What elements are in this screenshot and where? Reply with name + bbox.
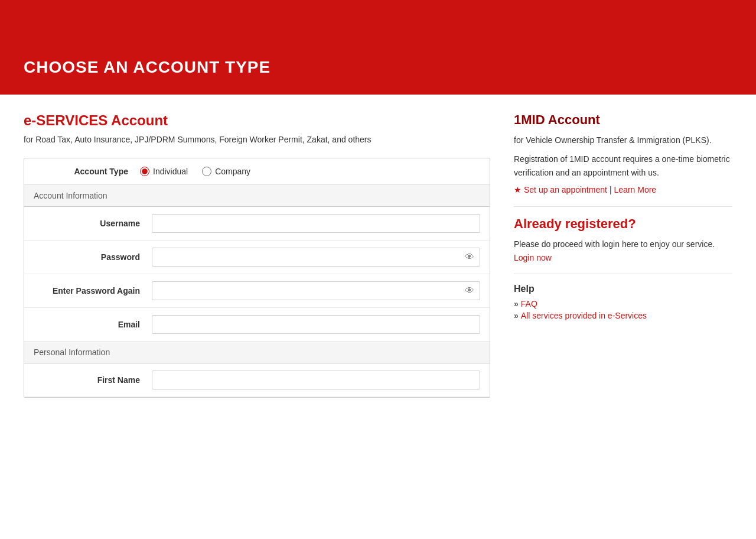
divider-2 bbox=[514, 274, 732, 274]
appointment-line: ★ Set up an appointment | Learn More bbox=[514, 185, 732, 194]
radio-company[interactable] bbox=[202, 167, 211, 176]
registration-form: Account Type Individual Company Account … bbox=[24, 158, 490, 398]
first-name-row: First Name bbox=[24, 363, 490, 397]
radio-individual-text: Individual bbox=[153, 167, 188, 176]
account-type-row: Account Type Individual Company bbox=[24, 158, 490, 185]
mid-account-title: 1MID Account bbox=[514, 112, 732, 128]
password-label: Password bbox=[34, 252, 140, 262]
email-label: Email bbox=[34, 320, 140, 329]
eservices-desc: for Road Tax, Auto Insurance, JPJ/PDRM S… bbox=[24, 134, 490, 146]
divider-1 bbox=[514, 206, 732, 207]
confirm-password-input-wrapper: 👁 bbox=[152, 281, 480, 300]
radio-individual-label[interactable]: Individual bbox=[140, 167, 188, 176]
right-panel: 1MID Account for Vehicle Ownership Trans… bbox=[514, 112, 732, 398]
confirm-password-row: Enter Password Again 👁 bbox=[24, 274, 490, 308]
learn-more-link[interactable]: Learn More bbox=[614, 185, 657, 194]
username-input[interactable] bbox=[152, 214, 480, 233]
appointment-separator: | bbox=[610, 185, 612, 194]
personal-info-section-header: Personal Information bbox=[24, 342, 490, 363]
help-all-services-item: » All services provided in e-Services bbox=[514, 311, 732, 320]
first-name-input[interactable] bbox=[152, 371, 480, 389]
email-input-wrapper bbox=[152, 315, 480, 334]
help-title: Help bbox=[514, 284, 732, 294]
password-input[interactable] bbox=[152, 248, 480, 267]
username-label: Username bbox=[34, 219, 140, 228]
already-registered-desc: Please do proceed with login here to enj… bbox=[514, 238, 732, 264]
eservices-title: e-SERVICES Account bbox=[24, 112, 490, 129]
account-type-radio-group: Individual Company bbox=[140, 167, 250, 176]
email-input[interactable] bbox=[152, 315, 480, 334]
mid-desc-1: for Vehicle Ownership Transfer & Immigra… bbox=[514, 134, 732, 147]
already-registered-title: Already registered? bbox=[514, 216, 732, 232]
account-type-label: Account Type bbox=[34, 167, 128, 176]
set-appointment-link[interactable]: Set up an appointment bbox=[524, 185, 607, 194]
radio-company-label[interactable]: Company bbox=[202, 167, 250, 176]
chevron-faq-icon: » bbox=[514, 299, 519, 309]
first-name-label: First Name bbox=[34, 375, 140, 385]
password-row: Password 👁 bbox=[24, 241, 490, 274]
password-eye-icon[interactable]: 👁 bbox=[465, 252, 474, 262]
mid-desc-2: Registration of 1MID account requires a … bbox=[514, 152, 732, 179]
help-section: Help » FAQ » All services provided in e-… bbox=[514, 284, 732, 320]
confirm-password-label: Enter Password Again bbox=[34, 286, 140, 296]
confirm-password-input[interactable] bbox=[152, 281, 480, 300]
faq-link[interactable]: FAQ bbox=[521, 299, 537, 309]
star-icon: ★ bbox=[514, 185, 522, 194]
username-row: Username bbox=[24, 207, 490, 241]
radio-company-text: Company bbox=[215, 167, 250, 176]
left-panel: e-SERVICES Account for Road Tax, Auto In… bbox=[24, 112, 490, 398]
password-input-wrapper: 👁 bbox=[152, 248, 480, 267]
chevron-services-icon: » bbox=[514, 311, 519, 320]
already-registered-desc-text: Please do proceed with login here to enj… bbox=[514, 239, 715, 249]
first-name-input-wrapper bbox=[152, 371, 480, 389]
radio-individual[interactable] bbox=[140, 167, 149, 176]
account-info-section-header: Account Information bbox=[24, 185, 490, 207]
username-input-wrapper bbox=[152, 214, 480, 233]
help-faq-item: » FAQ bbox=[514, 299, 732, 309]
login-now-link[interactable]: Login now bbox=[514, 253, 552, 262]
all-services-link[interactable]: All services provided in e-Services bbox=[521, 311, 647, 320]
page-title: CHOOSE AN ACCOUNT TYPE bbox=[24, 58, 271, 77]
email-row: Email bbox=[24, 308, 490, 342]
confirm-password-eye-icon[interactable]: 👁 bbox=[465, 285, 474, 296]
main-content: e-SERVICES Account for Road Tax, Auto In… bbox=[0, 95, 756, 415]
header-banner: CHOOSE AN ACCOUNT TYPE bbox=[0, 0, 756, 95]
